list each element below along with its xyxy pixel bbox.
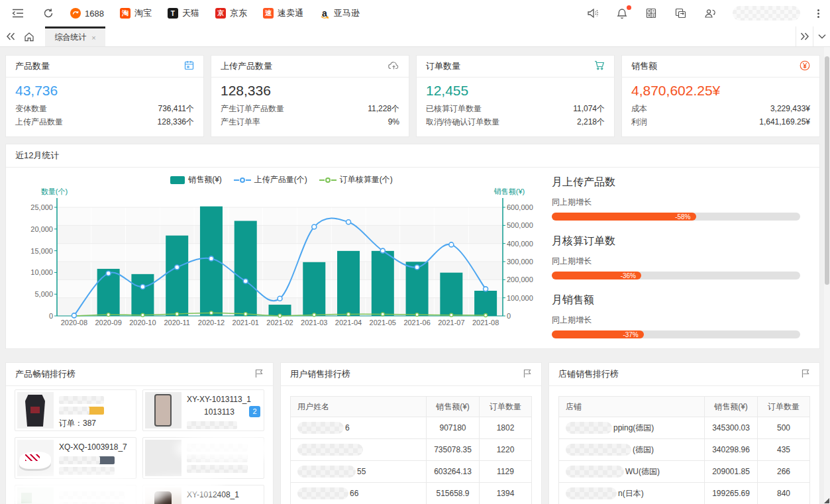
platform-tao-icon: 淘 xyxy=(120,8,130,19)
scrollbar-thumb[interactable] xyxy=(825,56,829,285)
product-image xyxy=(145,487,182,504)
monthly-stats-chart[interactable]: 05,00010,00015,00020,00025,0000100,00020… xyxy=(13,185,550,338)
growth-progressbar: -58% xyxy=(552,213,800,221)
stat-card-0: 产品数量43,736变体数量736,411个上传产品数量128,336个 xyxy=(5,55,204,137)
username-redacted[interactable] xyxy=(733,6,800,21)
svg-text:200,000: 200,000 xyxy=(507,276,533,283)
refresh-icon[interactable] xyxy=(42,7,54,19)
col-header[interactable]: 订单数量 xyxy=(758,397,809,417)
tab-close-icon[interactable]: × xyxy=(91,34,95,42)
orders-cell: 1394 xyxy=(480,483,531,504)
tab-active[interactable]: 综合统计 × xyxy=(45,26,105,46)
stat-card-row: 取消/待确认订单数量2,218个 xyxy=(426,115,605,128)
svg-text:2020-08: 2020-08 xyxy=(61,319,87,327)
product-card-3[interactable] xyxy=(142,437,264,479)
table-row-1[interactable]: 735078.351220 xyxy=(291,439,531,461)
cloud-upload-icon xyxy=(388,60,399,72)
stat-card-value: 43,736 xyxy=(15,81,194,99)
growth-block-0: 月上传产品数同上期增长-58% xyxy=(552,176,800,221)
growth-title: 月上传产品数 xyxy=(552,176,800,189)
product-image xyxy=(145,392,182,428)
chart-panel-title: 近12月统计 xyxy=(15,150,59,162)
collapse-tabs-icon[interactable] xyxy=(1,26,20,46)
platform-label: 1688 xyxy=(85,9,104,19)
platform-item-tao[interactable]: 淘淘宝 xyxy=(120,7,152,19)
name-suffix: (德国) xyxy=(633,444,654,456)
user-rank-panel: 用户销售排行榜 用户姓名销售额(¥)订单数量69071801802735078.… xyxy=(280,362,542,504)
orders-cell: 1802 xyxy=(480,417,531,438)
stat-card-row: 上传产品数量128,336个 xyxy=(15,115,194,128)
product-card-1[interactable]: XY-XY-1013113_110131132 xyxy=(142,389,264,431)
platform-tmall-icon: T xyxy=(168,8,178,19)
legend-label: 销售额(¥) xyxy=(188,174,222,185)
name-suffix: 6 xyxy=(345,423,350,432)
stat-row-label: 已核算订单数量 xyxy=(426,102,482,115)
svg-text:2021-06: 2021-06 xyxy=(403,319,430,327)
sales-cell: 603264.13 xyxy=(427,461,480,482)
svg-text:2020-12: 2020-12 xyxy=(198,319,225,327)
legend-item[interactable]: 销售额(¥) xyxy=(170,174,222,185)
table-row-0[interactable]: 69071801802 xyxy=(291,417,531,439)
user-name-cell: 55 xyxy=(291,461,427,482)
sales-cell: 907180 xyxy=(427,417,480,438)
expand-tabs-icon[interactable] xyxy=(796,26,813,46)
col-header[interactable]: 店铺 xyxy=(559,397,705,417)
name-suffix: n(日本) xyxy=(618,488,644,499)
stat-row-value: 11,228个 xyxy=(368,102,399,115)
svg-text:600,000: 600,000 xyxy=(507,203,533,211)
svg-text:10,000: 10,000 xyxy=(30,268,53,276)
menu-collapse-icon[interactable] xyxy=(12,7,24,19)
page-scrollbar[interactable] xyxy=(824,47,830,504)
product-image xyxy=(17,392,54,428)
product-rank-panel: 产品畅销排行榜 订单：387XY-XY-1013113_110131132XQ-… xyxy=(5,362,274,504)
chart-legend[interactable]: 销售额(¥)上传产品量(个)订单核算量(个) xyxy=(13,174,550,185)
table-row-0[interactable]: pping(德国)345300.03500 xyxy=(559,417,809,439)
announcement-icon[interactable] xyxy=(587,7,599,19)
more-menu-icon[interactable] xyxy=(817,9,819,18)
growth-progressbar: -36% xyxy=(552,272,800,279)
switch-windows-icon[interactable] xyxy=(674,7,686,19)
flag-icon[interactable] xyxy=(801,369,810,380)
tab-menu-chevron-icon[interactable] xyxy=(813,26,830,46)
col-header[interactable]: 销售额(¥) xyxy=(427,397,480,417)
sales-cell: 345300.03 xyxy=(705,417,758,438)
product-card-4[interactable] xyxy=(15,485,136,504)
user-switch-icon[interactable] xyxy=(703,7,715,19)
growth-value: -36% xyxy=(621,272,636,279)
growth-title: 月核算订单数 xyxy=(552,234,800,248)
resize-corner xyxy=(824,498,829,503)
col-header[interactable]: 订单数量 xyxy=(480,397,531,417)
platform-item-tmall[interactable]: T天猫 xyxy=(168,7,199,19)
col-header[interactable]: 用户姓名 xyxy=(291,397,427,417)
bell-icon[interactable] xyxy=(616,7,628,19)
flag-icon[interactable] xyxy=(523,369,532,380)
svg-text:2021-01: 2021-01 xyxy=(233,319,259,327)
table-row-1[interactable]: (德国)340298.96435 xyxy=(559,439,809,461)
redacted-text xyxy=(59,456,115,464)
platform-jd-icon: 京 xyxy=(215,8,226,19)
col-header[interactable]: 销售额(¥) xyxy=(705,397,758,417)
product-card-0[interactable]: 订单：387 xyxy=(15,389,136,431)
legend-item[interactable]: 订单核算量(个) xyxy=(319,174,393,185)
svg-text:2021-08: 2021-08 xyxy=(472,319,499,327)
flag-icon[interactable] xyxy=(254,369,264,380)
table-row-3[interactable]: n(日本)199265.69840 xyxy=(559,483,809,504)
platform-item-aliexpress[interactable]: 速速卖通 xyxy=(263,7,303,19)
legend-item[interactable]: 上传产品量(个) xyxy=(234,174,307,185)
stat-card-row: 产生订单率9% xyxy=(221,115,399,128)
tab-label: 综合统计 xyxy=(54,32,86,43)
table-row-2[interactable]: 55603264.131129 xyxy=(291,461,531,483)
platform-item-1688[interactable]: 1688 xyxy=(70,8,104,19)
table-row-3[interactable]: 66515658.91394 xyxy=(291,483,531,504)
product-text: 订单：387 xyxy=(59,417,134,430)
calc-grid-icon[interactable] xyxy=(645,7,657,19)
platform-item-jd[interactable]: 京京东 xyxy=(215,7,247,19)
home-icon[interactable] xyxy=(20,26,38,46)
platform-item-amazon[interactable]: a亚马逊 xyxy=(319,7,360,19)
growth-label: 同上期增长 xyxy=(552,197,800,208)
product-card-5[interactable]: XY-1012408_1 xyxy=(142,485,264,504)
product-card-2[interactable]: XQ-XQ-1003918_7 xyxy=(15,437,136,479)
table-row-2[interactable]: WU(德国)209001.85266 xyxy=(559,461,809,483)
shop-rank-title: 店铺销售排行榜 xyxy=(558,368,619,380)
redacted-text xyxy=(187,454,248,462)
